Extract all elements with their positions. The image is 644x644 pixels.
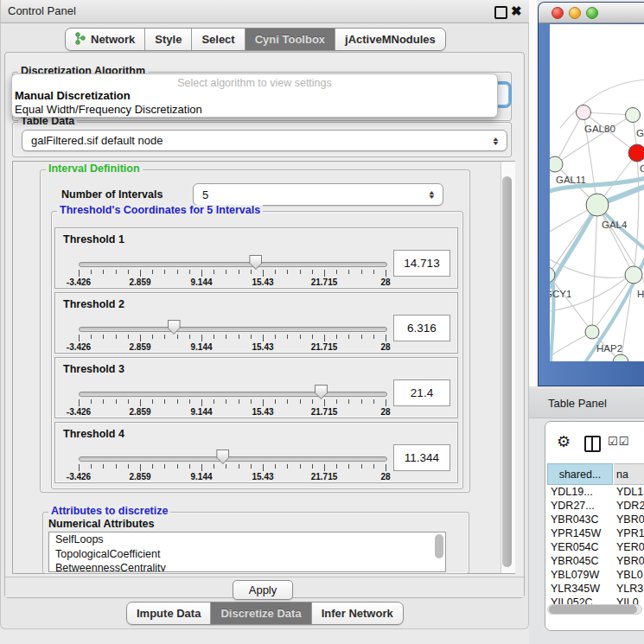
network-edge[interactable]	[634, 153, 639, 275]
threshold-label: Threshold 1	[63, 233, 124, 245]
minor-tick	[116, 335, 117, 339]
tick-label: 2.859	[129, 277, 150, 287]
table-cell-name[interactable]: YBR0	[616, 513, 644, 526]
table-cell-name[interactable]: YLR3	[616, 583, 643, 595]
major-tick	[79, 399, 80, 406]
minor-tick	[251, 464, 252, 469]
minimize-traffic-light-icon[interactable]	[569, 7, 581, 19]
table-cell-name[interactable]: YBL0	[616, 569, 643, 581]
tab-cyni-toolbox[interactable]: Cyni Toolbox	[245, 29, 335, 50]
minor-tick	[275, 335, 276, 339]
float-panel-icon[interactable]	[494, 6, 507, 19]
column-header-name[interactable]: na	[614, 463, 644, 485]
close-icon[interactable]: ✖	[511, 3, 522, 20]
minor-tick	[336, 335, 337, 339]
table-cell-shared-name[interactable]: YLR345W	[551, 583, 613, 595]
network-edge-highlighted[interactable]	[550, 205, 597, 287]
algorithm-option-manual[interactable]: Manual Discretization	[15, 89, 131, 102]
network-edge[interactable]	[555, 112, 583, 164]
minor-tick	[312, 399, 313, 404]
checkbox-columns-icon[interactable]: ☑☑	[608, 435, 629, 448]
threshold-value-field[interactable]: 21.4	[393, 379, 450, 406]
table-cell-name[interactable]: YDL1	[616, 486, 643, 498]
minor-tick	[164, 270, 165, 274]
list-scrollbar-thumb[interactable]	[435, 534, 443, 558]
attribute-list-item[interactable]: TopologicalCoefficient	[49, 547, 445, 562]
slider-thumb[interactable]	[216, 450, 229, 464]
network-node[interactable]	[577, 105, 591, 120]
table-cell-shared-name[interactable]: YBR045C	[551, 555, 613, 567]
slider-track[interactable]	[79, 456, 387, 462]
vertical-scrollbar-thumb[interactable]	[502, 176, 512, 567]
threshold-value-field[interactable]: 6.316	[393, 315, 450, 341]
table-cell-name[interactable]: YER0	[616, 541, 644, 553]
network-edge[interactable]	[555, 115, 633, 164]
table-cell-shared-name[interactable]: YPR145W	[551, 527, 613, 539]
network-node[interactable]	[585, 325, 599, 339]
column-header-shared[interactable]: shared...	[547, 463, 613, 485]
tab-discretize-data[interactable]: Discretize Data	[211, 603, 311, 624]
minor-tick	[214, 335, 214, 339]
threshold-value-field[interactable]: 11.344	[393, 444, 450, 471]
minor-tick	[348, 270, 349, 274]
network-edge[interactable]	[592, 275, 634, 332]
interval-definition-group-title: Interval Definition	[46, 163, 143, 175]
attribute-list-item[interactable]: BetweennessCentrality	[49, 561, 445, 572]
close-traffic-light-icon[interactable]	[552, 7, 564, 19]
slider-track[interactable]	[79, 327, 387, 332]
number-of-intervals-combobox[interactable]: 5 ▲▼	[193, 183, 443, 206]
network-edge[interactable]	[592, 205, 597, 332]
major-tick	[140, 399, 141, 406]
major-tick	[263, 464, 264, 471]
threshold-panel: Threshold 3-3.4262.8599.14415.4321.71528…	[54, 357, 458, 418]
tick-label: 15.43	[252, 277, 273, 287]
network-node[interactable]	[550, 156, 563, 172]
network-edge[interactable]	[550, 275, 592, 332]
minor-tick	[152, 464, 153, 469]
table-cell-name[interactable]: YBR0	[616, 555, 644, 567]
tab-style[interactable]: Style	[145, 29, 192, 50]
horizontal-scrollbar-thumb[interactable]	[549, 605, 637, 614]
slider-thumb[interactable]	[168, 320, 181, 335]
tick-label: 2.859	[129, 342, 150, 352]
network-node[interactable]	[626, 108, 641, 123]
minor-tick	[128, 464, 129, 469]
stepper-arrows-icon: ▲▼	[493, 137, 499, 145]
tab-jactivemnodules[interactable]: jActiveMNodules	[335, 29, 445, 50]
background-gap	[529, 0, 538, 386]
algorithm-option-equal-width[interactable]: Equal Width/Frequency Discretization	[15, 103, 202, 116]
minor-tick	[312, 335, 313, 339]
attribute-list-item[interactable]: SelfLoops	[49, 532, 445, 547]
network-node[interactable]	[586, 194, 609, 216]
split-columns-icon[interactable]	[584, 436, 601, 452]
zoom-traffic-light-icon[interactable]	[586, 7, 598, 19]
table-cell-shared-name[interactable]: YBL079W	[551, 569, 613, 581]
apply-button[interactable]: Apply	[233, 580, 293, 600]
tab-impute-data[interactable]: Impute Data	[127, 603, 211, 624]
network-canvas[interactable]: GAL80GACGAL11GAL4GCY1HHAP2	[550, 24, 644, 361]
table-cell-name[interactable]: YDR2	[616, 500, 644, 512]
slider-thumb[interactable]	[315, 385, 328, 399]
minor-tick	[275, 270, 276, 274]
attributes-group-title: Attributes to discretize	[48, 506, 170, 517]
tab-select[interactable]: Select	[192, 29, 245, 50]
table-cell-shared-name[interactable]: YDL19...	[551, 486, 613, 498]
tab-infer-network[interactable]: Infer Network	[312, 603, 403, 624]
gear-icon[interactable]: ⚙	[557, 432, 571, 451]
network-node[interactable]	[613, 354, 628, 361]
network-node[interactable]	[628, 144, 644, 162]
threshold-value-field[interactable]: 14.713	[393, 250, 450, 277]
tab-network[interactable]: Network	[66, 29, 145, 50]
table-cell-name[interactable]: YPR1	[616, 527, 644, 539]
network-node[interactable]	[625, 266, 642, 284]
network-edge[interactable]	[597, 205, 634, 275]
slider-track[interactable]	[79, 262, 387, 267]
slider-thumb[interactable]	[249, 255, 262, 270]
slider-track[interactable]	[79, 392, 387, 397]
table-cell-shared-name[interactable]: YDR27...	[551, 500, 613, 512]
numerical-attributes-list[interactable]: SelfLoopsTopologicalCoefficientBetweenne…	[48, 532, 446, 572]
table-cell-shared-name[interactable]: YBR043C	[551, 513, 613, 526]
table-data-combobox[interactable]: galFiltered.sif default node ▲▼	[22, 130, 507, 151]
table-cell-shared-name[interactable]: YER054C	[551, 541, 613, 553]
major-tick	[324, 464, 325, 471]
